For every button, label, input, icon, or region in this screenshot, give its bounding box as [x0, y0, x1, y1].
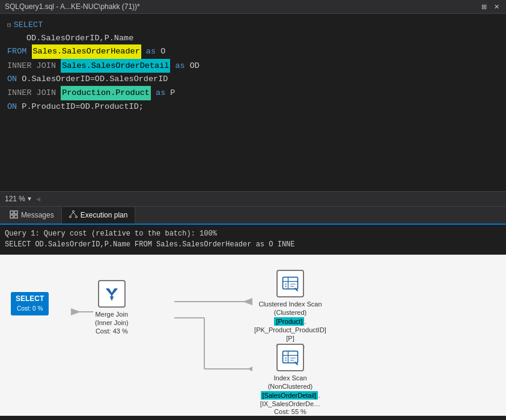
hl-salesorderdetail: Sales.SalesOrderDetail — [61, 59, 170, 73]
tab-messages[interactable]: Messages — [2, 207, 62, 224]
clustered-index-icon — [276, 270, 304, 297]
title-bar-icons: ⊞ ✕ — [480, 3, 501, 11]
keyword-innerjoin1: INNER JOIN — [7, 59, 61, 73]
tab-execution-plan[interactable]: Execution plan — [62, 207, 136, 225]
zoom-level: 121 % — [5, 195, 25, 203]
svg-rect-0 — [10, 211, 13, 214]
editor-line-innerjoin1: INNER JOIN Sales.SalesOrderDetail as OD — [7, 59, 499, 73]
svg-marker-22 — [109, 296, 114, 300]
svg-point-6 — [75, 216, 77, 218]
close-icon[interactable]: ✕ — [492, 3, 501, 11]
title-bar: SQLQuery1.sql - A...KE-NUC\phakk (71))* … — [0, 0, 506, 14]
column-pname: P.Name — [105, 32, 134, 45]
index-scan-label: Index Scan (NonClustered) [SalesOrderDet… — [251, 374, 329, 408]
keyword-innerjoin2: INNER JOIN — [7, 87, 61, 100]
hl-salesorderheader: Sales.SalesOrderHeader — [32, 44, 141, 59]
column-od: OD.SalesOrderID — [26, 32, 100, 45]
title-bar-text: SQLQuery1.sql - A...KE-NUC\phakk (71))* — [5, 2, 475, 11]
svg-rect-33 — [283, 351, 298, 363]
editor-line-on2: ON P.ProductID=OD.ProductID; — [7, 100, 499, 114]
merge-join-label: Merge Join(Inner Join) — [95, 310, 129, 327]
collapse-icon[interactable]: ⊟ — [7, 20, 11, 31]
svg-point-5 — [69, 216, 71, 218]
results-area: Query 1: Query cost (relative to the bat… — [0, 225, 506, 255]
zoom-bar: 121 % ▼ ◀ — [0, 191, 506, 207]
svg-rect-24 — [283, 277, 298, 289]
clustered-highlight: [Product] — [274, 317, 304, 326]
zoom-arrow[interactable]: ▼ — [28, 196, 31, 202]
editor-line-columns: OD.SalesOrderID,P.Name — [7, 32, 499, 45]
select-node-label: SELECT Cost: 0 % — [11, 292, 49, 315]
index-scan-node: Index Scan (NonClustered) [SalesOrderDet… — [251, 344, 329, 415]
svg-rect-3 — [14, 215, 17, 218]
select-node-cost: Cost: 0 % — [17, 305, 43, 312]
index-scan-icon — [276, 344, 304, 371]
select-node: SELECT Cost: 0 % — [11, 292, 49, 315]
editor-line-select: ⊟ SELECT — [7, 19, 499, 32]
execution-plan-icon — [69, 210, 78, 221]
svg-line-8 — [73, 212, 76, 216]
messages-icon — [10, 210, 18, 221]
tab-messages-label: Messages — [21, 211, 54, 219]
editor-line-innerjoin2: INNER JOIN Production.Product as P — [7, 86, 499, 100]
editor-line-from: FROM Sales.SalesOrderHeader as O — [7, 44, 499, 59]
execution-plan-area: SELECT Cost: 0 % Merge Join(Inner Join) … — [0, 255, 506, 416]
results-line2: SELECT OD.SalesOrderID,P.Name FROM Sales… — [5, 239, 501, 250]
keyword-select: SELECT — [14, 19, 43, 32]
clustered-index-scan-node: Clustered Index Scan (Clustered) [Produc… — [251, 270, 329, 350]
scroll-indicator: ◀ — [36, 195, 40, 204]
merge-join-node: Merge Join(Inner Join) Cost: 43 % — [95, 280, 129, 335]
results-line1: Query 1: Query cost (relative to the bat… — [5, 228, 501, 239]
svg-marker-23 — [106, 288, 117, 295]
tab-bar: Messages Execution plan — [0, 207, 506, 225]
svg-line-7 — [70, 212, 73, 216]
tab-execution-plan-label: Execution plan — [81, 211, 128, 219]
index-scan-highlight: [SalesOrderDetail] — [261, 391, 319, 400]
editor-line-on1: ON O.SalesOrderID=OD.SalesOrderID — [7, 73, 499, 86]
merge-join-cost: Cost: 43 % — [96, 327, 128, 335]
svg-rect-2 — [10, 215, 13, 218]
svg-rect-1 — [14, 211, 17, 214]
pin-icon[interactable]: ⊞ — [480, 3, 489, 11]
editor-area[interactable]: ⊟ SELECT OD.SalesOrderID,P.Name FROM Sal… — [0, 14, 506, 191]
svg-point-4 — [72, 210, 74, 212]
index-scan-cost: Cost: 55 % — [274, 408, 306, 415]
clustered-index-label: Clustered Index Scan (Clustered) [Produc… — [251, 300, 329, 342]
hl-product: Production.Product — [61, 86, 151, 100]
merge-join-icon — [98, 280, 126, 308]
